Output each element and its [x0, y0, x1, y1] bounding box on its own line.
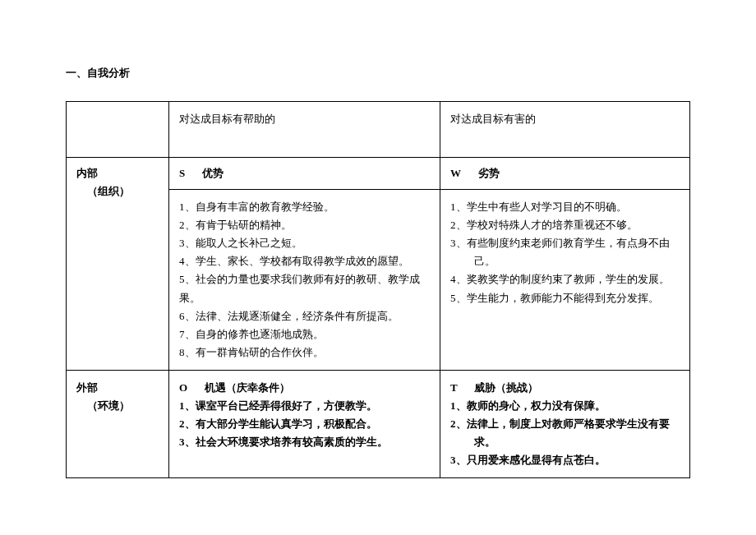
list-item: 3、有些制度约束老师们教育学生，有点身不由: [450, 234, 680, 252]
list-item: 1、课室平台已经弄得很好了，方便教学。: [179, 397, 430, 415]
list-item: 4、奖教奖学的制度约束了教师，学生的发展。: [450, 270, 680, 288]
header-helpful: 对达成目标有帮助的: [169, 102, 440, 158]
t-title: 威胁（挑战）: [474, 381, 538, 394]
internal-label-cell: 内部 （组织）: [67, 158, 169, 371]
w-header-cell: W劣势: [440, 158, 690, 190]
list-item: 4、学生、家长、学校都有取得教学成效的愿望。: [179, 252, 430, 270]
list-item: 2、学校对特殊人才的培养重视还不够。: [450, 216, 680, 234]
list-item-cont: 己。: [450, 252, 680, 270]
o-letter: O: [179, 381, 187, 394]
w-content-cell: 1、学生中有些人对学习目的不明确。 2、学校对特殊人才的培养重视还不够。 3、有…: [440, 190, 690, 371]
section-title: 一、自我分析: [66, 66, 690, 81]
o-title: 机遇（庆幸条件）: [205, 381, 290, 394]
list-item: 5、社会的力量也要求我们教师有好的教研、教学成果。: [179, 270, 430, 307]
list-item: 1、自身有丰富的教育教学经验。: [179, 198, 430, 216]
t-content-cell: T威胁（挑战） 1、教师的身心，权力没有保障。 2、法律上，制度上对教师严格要求…: [440, 370, 690, 477]
list-item-cont: 求。: [450, 433, 680, 451]
list-item: 6、法律、法规逐渐健全，经济条件有所提高。: [179, 307, 430, 325]
s-header-cell: S优势: [169, 158, 440, 190]
external-label-cell: 外部 （环境）: [67, 370, 169, 477]
s-title: 优势: [202, 167, 224, 179]
list-item: 2、法律上，制度上对教师严格要求学生没有要: [450, 415, 680, 433]
w-letter: W: [450, 167, 461, 179]
list-item: 3、只用爱来感化显得有点苍白。: [450, 451, 680, 469]
list-item: 1、学生中有些人对学习目的不明确。: [450, 198, 680, 216]
s-content-cell: 1、自身有丰富的教育教学经验。 2、有肯于钻研的精神。 3、能取人之长补己之短。…: [169, 190, 440, 371]
header-empty: [67, 102, 169, 158]
swot-table: 对达成目标有帮助的 对达成目标有害的 内部 （组织） S优势 W劣势 1、自身有…: [66, 101, 690, 478]
list-item: 2、有肯于钻研的精神。: [179, 216, 430, 234]
internal-label-main: 内部: [76, 167, 98, 179]
list-item: 3、社会大环境要求培养有较高素质的学生。: [179, 433, 430, 451]
list-item: 2、有大部分学生能认真学习，积极配合。: [179, 415, 430, 433]
o-content-cell: O机遇（庆幸条件） 1、课室平台已经弄得很好了，方便教学。 2、有大部分学生能认…: [169, 370, 440, 477]
list-item: 8、有一群肯钻研的合作伙伴。: [179, 344, 430, 362]
list-item: 7、自身的修养也逐渐地成熟。: [179, 325, 430, 344]
external-row: 外部 （环境） O机遇（庆幸条件） 1、课室平台已经弄得很好了，方便教学。 2、…: [67, 370, 690, 477]
s-letter: S: [179, 167, 185, 179]
external-label-main: 外部: [76, 381, 98, 394]
w-title: 劣势: [478, 167, 500, 179]
header-row: 对达成目标有帮助的 对达成目标有害的: [67, 102, 690, 158]
t-letter: T: [450, 381, 458, 394]
list-item: 1、教师的身心，权力没有保障。: [450, 397, 680, 415]
internal-label-row: 内部 （组织） S优势 W劣势: [67, 158, 690, 190]
internal-label-sub: （组织）: [76, 185, 130, 197]
list-item: 5、学生能力，教师能力不能得到充分发挥。: [450, 289, 680, 307]
list-item: 3、能取人之长补己之短。: [179, 234, 430, 252]
header-harmful: 对达成目标有害的: [440, 102, 690, 158]
external-label-sub: （环境）: [76, 399, 130, 412]
